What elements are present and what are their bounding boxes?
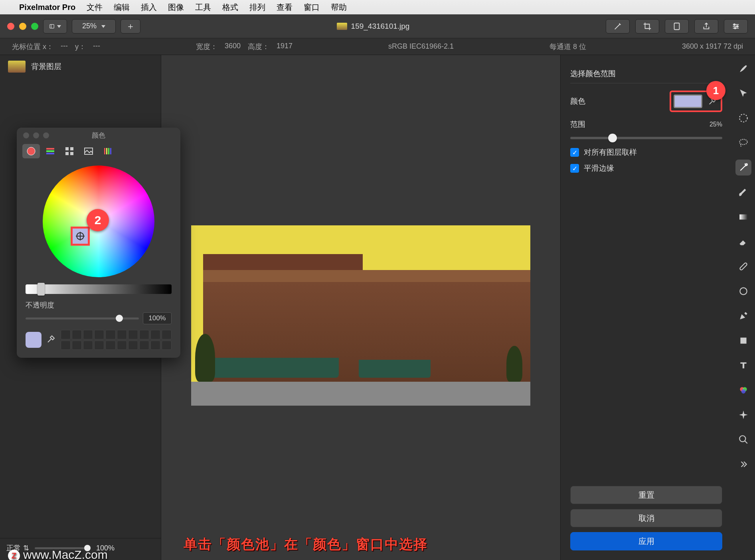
lasso-icon <box>738 138 749 148</box>
svg-rect-33 <box>108 148 109 154</box>
svg-rect-0 <box>50 24 54 28</box>
opacity-slider[interactable] <box>26 317 139 319</box>
menu-arrange[interactable]: 排列 <box>249 2 265 13</box>
menu-edit[interactable]: 编辑 <box>114 2 130 13</box>
svg-point-14 <box>740 288 747 294</box>
cancel-label: 取消 <box>638 513 654 524</box>
checkbox-checked-icon: ✓ <box>570 148 579 157</box>
droplet-icon <box>738 286 749 296</box>
magnifier-icon <box>738 434 749 445</box>
select-color-range-title: 选择颜色范围 <box>570 69 722 83</box>
brightness-slider[interactable] <box>26 284 172 294</box>
menu-tools[interactable]: 工具 <box>195 2 211 13</box>
sparkle-icon <box>738 410 749 420</box>
slider-thumb[interactable] <box>608 134 617 142</box>
svg-rect-34 <box>110 148 111 154</box>
reset-button[interactable]: 重置 <box>570 486 722 504</box>
layer-name: 背景图层 <box>31 61 61 72</box>
magic-wand-icon <box>738 162 749 173</box>
app-menu[interactable]: Pixelmator Pro <box>19 3 75 12</box>
layer-row[interactable]: 背景图层 <box>0 55 161 78</box>
panel-minimize-button[interactable] <box>33 132 39 138</box>
smooth-edges-checkbox[interactable]: ✓ 平滑边缘 <box>570 163 722 174</box>
tool-color-selection[interactable] <box>735 160 751 175</box>
sidebar-toggle-button[interactable] <box>43 19 67 34</box>
tool-effects[interactable] <box>735 407 751 423</box>
menu-image[interactable]: 图像 <box>168 2 184 13</box>
share-button[interactable] <box>694 19 718 34</box>
window-traffic-lights <box>7 23 38 30</box>
range-slider[interactable] <box>570 137 722 139</box>
opacity-value[interactable]: 100% <box>143 312 172 324</box>
window-close-button[interactable] <box>7 23 14 30</box>
canvas-area[interactable] <box>161 55 560 560</box>
tool-paint[interactable] <box>735 184 751 200</box>
tool-lasso[interactable] <box>735 135 751 151</box>
tool-marquee[interactable] <box>735 110 751 126</box>
swatch-grid[interactable] <box>61 330 172 350</box>
panel-zoom-button[interactable] <box>43 132 49 138</box>
menu-window[interactable]: 窗口 <box>304 2 320 13</box>
color-label: 颜色 <box>570 96 585 106</box>
zoom-dropdown[interactable]: 25% <box>72 19 116 34</box>
new-doc-button[interactable] <box>665 19 689 34</box>
menu-insert[interactable]: 插入 <box>141 2 157 13</box>
gradient-icon <box>738 212 749 222</box>
menu-file[interactable]: 文件 <box>87 2 103 13</box>
crop-button[interactable] <box>635 19 659 34</box>
tool-more[interactable] <box>735 456 751 472</box>
tool-zoom[interactable] <box>735 432 751 448</box>
svg-rect-26 <box>65 147 69 150</box>
window-minimize-button[interactable] <box>19 23 26 30</box>
color-well[interactable] <box>674 95 702 108</box>
color-circles-icon <box>738 385 749 395</box>
cursor-x-value: --- <box>61 42 68 51</box>
sliders-icon <box>731 22 740 31</box>
pencils-icon <box>103 146 113 156</box>
tool-smudge[interactable] <box>735 283 751 299</box>
dimensions-value: 3600 x 1917 72 dpi <box>682 42 743 51</box>
tool-erase[interactable] <box>735 234 751 250</box>
tool-pen[interactable] <box>735 308 751 324</box>
panel-close-button[interactable] <box>23 132 29 138</box>
color-tab-palettes[interactable] <box>61 144 78 158</box>
tool-shape[interactable] <box>735 333 751 349</box>
panel-traffic-lights <box>23 132 49 138</box>
sliders-color-icon <box>45 146 55 156</box>
slider-thumb[interactable] <box>38 283 45 296</box>
sample-all-layers-checkbox[interactable]: ✓ 对所有图层取样 <box>570 147 722 158</box>
tool-color-well[interactable] <box>735 382 751 398</box>
color-tab-pencils[interactable] <box>99 144 117 158</box>
apply-button[interactable]: 应用 <box>570 532 722 550</box>
menu-format[interactable]: 格式 <box>222 2 238 13</box>
color-wheel-cursor-highlight <box>71 227 90 246</box>
tool-gradient[interactable] <box>735 209 751 225</box>
svg-rect-32 <box>106 148 107 154</box>
tool-style[interactable] <box>735 61 751 77</box>
watermark: Zwww.MacZ.com <box>8 548 108 560</box>
menu-help[interactable]: 帮助 <box>331 2 347 13</box>
window-fullscreen-button[interactable] <box>31 23 38 30</box>
cancel-button[interactable]: 取消 <box>570 509 722 527</box>
grid-icon <box>65 146 74 156</box>
square-icon <box>738 335 749 346</box>
apply-label: 应用 <box>638 536 654 547</box>
color-tab-image[interactable] <box>80 144 97 158</box>
menu-view[interactable]: 查看 <box>277 2 293 13</box>
bitdepth-value: 每通道 8 位 <box>549 42 586 51</box>
tool-repair[interactable] <box>735 258 751 274</box>
tool-arrange[interactable] <box>735 85 751 101</box>
chevrons-right-icon <box>738 459 749 469</box>
watermark-text: www.MacZ.com <box>23 548 108 560</box>
eyedropper-button[interactable] <box>46 334 56 345</box>
current-color-swatch[interactable] <box>26 332 42 348</box>
color-picker-panel[interactable]: 颜色 2 不透明度 100% <box>17 128 180 358</box>
color-tab-wheel[interactable] <box>22 144 40 158</box>
color-tab-sliders[interactable] <box>42 144 59 158</box>
svg-line-20 <box>745 441 747 444</box>
slider-thumb[interactable] <box>116 315 123 322</box>
add-button[interactable]: ＋ <box>121 19 140 34</box>
tool-text[interactable] <box>735 357 751 373</box>
color-adjust-button[interactable] <box>606 19 630 34</box>
settings-toggle-button[interactable] <box>724 19 748 34</box>
